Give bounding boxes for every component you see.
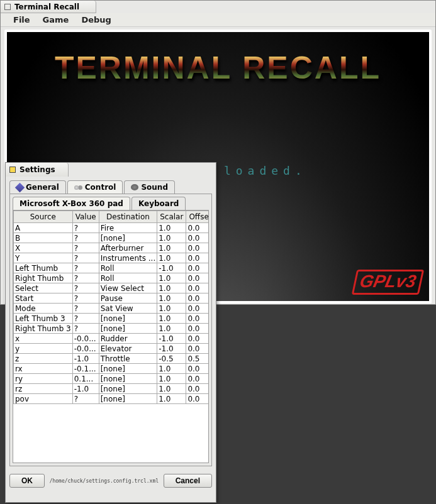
- col-value[interactable]: Value: [72, 211, 99, 223]
- cell-sca[interactable]: 1.0: [157, 384, 186, 394]
- cell-dst[interactable]: [none]: [99, 384, 157, 394]
- tab-general[interactable]: General: [9, 180, 66, 194]
- cell-off[interactable]: 0.0: [186, 314, 209, 324]
- col-scalar[interactable]: Scalar: [157, 211, 186, 223]
- cell-src[interactable]: Mode: [14, 304, 73, 314]
- cell-sca[interactable]: 1.0: [157, 304, 186, 314]
- cell-dst[interactable]: Elevator: [99, 344, 157, 354]
- table-row[interactable]: Y?Instruments ...1.00.0: [14, 253, 210, 263]
- col-offset[interactable]: Offset: [186, 211, 209, 223]
- cell-sca[interactable]: 1.0: [157, 273, 186, 283]
- cell-sca[interactable]: 1.0: [157, 233, 186, 243]
- cell-dst[interactable]: View Select: [99, 283, 157, 293]
- cell-off[interactable]: 0.0: [186, 233, 209, 243]
- cell-val[interactable]: ?: [72, 253, 99, 263]
- cell-sca[interactable]: 1.0: [157, 283, 186, 293]
- cell-dst[interactable]: Fire: [99, 223, 157, 233]
- cell-val[interactable]: ?: [72, 263, 99, 273]
- cell-val[interactable]: ?: [72, 243, 99, 253]
- cell-dst[interactable]: [none]: [99, 364, 157, 374]
- cell-off[interactable]: 0.0: [186, 273, 209, 283]
- cell-src[interactable]: y: [14, 344, 73, 354]
- cell-sca[interactable]: -1.0: [157, 344, 186, 354]
- table-row[interactable]: A?Fire1.00.0: [14, 223, 210, 233]
- table-row[interactable]: Right Thumb 3?[none]1.00.0: [14, 324, 210, 334]
- cell-val[interactable]: ?: [72, 394, 99, 404]
- table-row[interactable]: z-1.0Throttle-0.50.5: [14, 354, 210, 364]
- cell-src[interactable]: ry: [14, 374, 73, 384]
- cell-src[interactable]: X: [14, 243, 73, 253]
- menu-file[interactable]: File: [7, 14, 36, 26]
- settings-titlebar[interactable]: Settings: [6, 163, 69, 177]
- cell-src[interactable]: Left Thumb 3: [14, 314, 73, 324]
- cell-dst[interactable]: Roll: [99, 273, 157, 283]
- cell-sca[interactable]: 1.0: [157, 364, 186, 374]
- cell-src[interactable]: A: [14, 223, 73, 233]
- cell-val[interactable]: -1.0: [72, 354, 99, 364]
- cell-val[interactable]: ?: [72, 283, 99, 293]
- cell-val[interactable]: -0.0...: [72, 344, 99, 354]
- cell-src[interactable]: x: [14, 334, 73, 344]
- cell-dst[interactable]: [none]: [99, 374, 157, 384]
- cell-sca[interactable]: -0.5: [157, 354, 186, 364]
- cancel-button[interactable]: Cancel: [164, 474, 212, 488]
- cell-dst[interactable]: [none]: [99, 394, 157, 404]
- menu-game[interactable]: Game: [36, 14, 75, 26]
- cell-dst[interactable]: [none]: [99, 314, 157, 324]
- table-row[interactable]: Mode?Sat View1.00.0: [14, 304, 210, 314]
- table-row[interactable]: rx-0.1...[none]1.00.0: [14, 364, 210, 374]
- cell-val[interactable]: ?: [72, 233, 99, 243]
- cell-src[interactable]: Select: [14, 283, 73, 293]
- cell-sca[interactable]: 1.0: [157, 394, 186, 404]
- cell-off[interactable]: 0.0: [186, 304, 209, 314]
- cell-src[interactable]: pov: [14, 394, 73, 404]
- cell-off[interactable]: 0.0: [186, 394, 209, 404]
- cell-sca[interactable]: 1.0: [157, 243, 186, 253]
- cell-val[interactable]: ?: [72, 223, 99, 233]
- cell-dst[interactable]: Throttle: [99, 354, 157, 364]
- cell-off[interactable]: 0.0: [186, 384, 209, 394]
- table-row[interactable]: x-0.0...Rudder-1.00.0: [14, 334, 210, 344]
- cell-off[interactable]: 0.0: [186, 253, 209, 263]
- cell-src[interactable]: Y: [14, 253, 73, 263]
- cell-dst[interactable]: Sat View: [99, 304, 157, 314]
- cell-sca[interactable]: 1.0: [157, 324, 186, 334]
- cell-src[interactable]: Left Thumb: [14, 263, 73, 273]
- cell-dst[interactable]: Instruments ...: [99, 253, 157, 263]
- cell-src[interactable]: z: [14, 354, 73, 364]
- cell-sca[interactable]: 1.0: [157, 253, 186, 263]
- cell-dst[interactable]: Roll: [99, 263, 157, 273]
- cell-off[interactable]: 0.0: [186, 223, 209, 233]
- cell-val[interactable]: -0.1...: [72, 364, 99, 374]
- cell-sca[interactable]: -1.0: [157, 334, 186, 344]
- cell-dst[interactable]: Afterburner: [99, 243, 157, 253]
- cell-off[interactable]: 0.0: [186, 374, 209, 384]
- cell-off[interactable]: 0.5: [186, 354, 209, 364]
- table-row[interactable]: Left Thumb 3?[none]1.00.0: [14, 314, 210, 324]
- table-row[interactable]: pov?[none]1.00.0: [14, 394, 210, 404]
- cell-src[interactable]: Right Thumb 3: [14, 324, 73, 334]
- cell-sca[interactable]: 1.0: [157, 223, 186, 233]
- table-row[interactable]: Select?View Select1.00.0: [14, 283, 210, 293]
- cell-val[interactable]: -0.0...: [72, 334, 99, 344]
- cell-val[interactable]: ?: [72, 324, 99, 334]
- subtab-xbox-pad[interactable]: Microsoft X-Box 360 pad: [13, 197, 130, 210]
- bindings-table-container[interactable]: Source Value Destination Scalar Offset A…: [13, 210, 209, 463]
- cell-val[interactable]: ?: [72, 304, 99, 314]
- table-row[interactable]: Right Thumb?Roll1.00.0: [14, 273, 210, 283]
- cell-src[interactable]: rz: [14, 384, 73, 394]
- tab-sound[interactable]: Sound: [124, 180, 175, 194]
- cell-dst[interactable]: Pause: [99, 293, 157, 304]
- cell-dst[interactable]: [none]: [99, 233, 157, 243]
- table-row[interactable]: Left Thumb?Roll-1.00.0: [14, 263, 210, 273]
- table-row[interactable]: B?[none]1.00.0: [14, 233, 210, 243]
- cell-src[interactable]: Start: [14, 293, 73, 304]
- cell-val[interactable]: -1.0: [72, 384, 99, 394]
- cell-off[interactable]: 0.0: [186, 364, 209, 374]
- cell-val[interactable]: ?: [72, 314, 99, 324]
- cell-val[interactable]: 0.1...: [72, 374, 99, 384]
- cell-src[interactable]: B: [14, 233, 73, 243]
- table-row[interactable]: X?Afterburner1.00.0: [14, 243, 210, 253]
- cell-off[interactable]: 0.0: [186, 263, 209, 273]
- cell-off[interactable]: 0.0: [186, 293, 209, 304]
